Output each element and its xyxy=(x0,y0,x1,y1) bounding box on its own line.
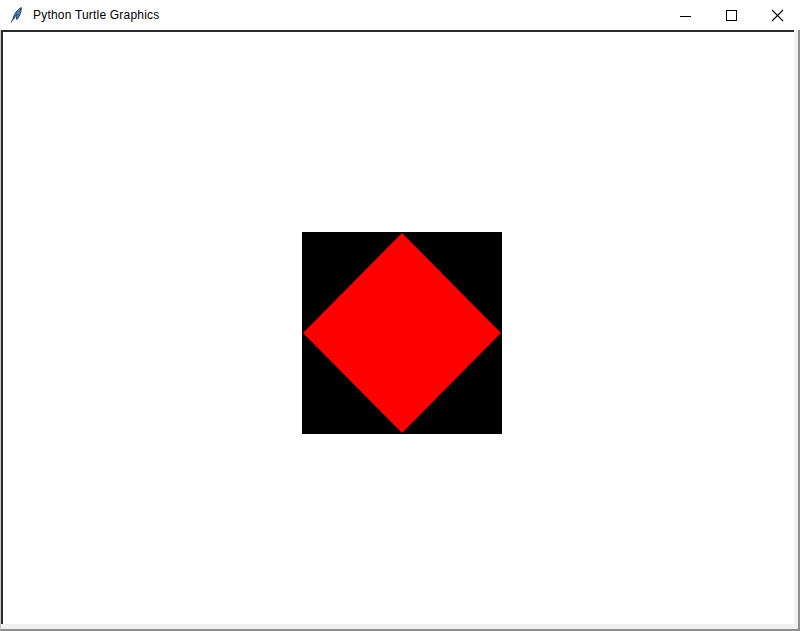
close-button[interactable] xyxy=(754,0,800,30)
window-controls xyxy=(662,0,800,30)
close-icon xyxy=(771,9,784,22)
tk-feather-icon xyxy=(10,7,26,23)
window-title: Python Turtle Graphics xyxy=(33,8,159,22)
window-frame xyxy=(0,30,800,631)
titlebar[interactable]: Python Turtle Graphics xyxy=(0,0,800,30)
maximize-button[interactable] xyxy=(708,0,754,30)
minimize-icon xyxy=(680,16,691,17)
maximize-icon xyxy=(726,10,737,21)
minimize-button[interactable] xyxy=(662,0,708,30)
turtle-graphics-window: Python Turtle Graphics xyxy=(0,0,800,631)
turtle-canvas xyxy=(1,30,794,624)
